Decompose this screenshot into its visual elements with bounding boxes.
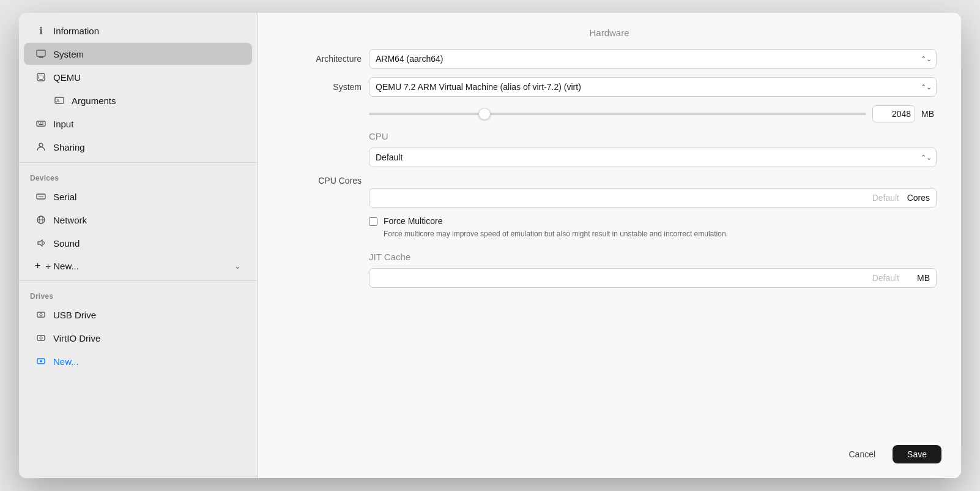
sidebar-item-label: Network [53,215,87,225]
main-content: Hardware Architecture ARM64 (aarch64) Sy… [258,13,961,478]
sidebar-item-system[interactable]: System [24,43,252,65]
svg-point-23 [40,337,42,339]
sidebar-item-label: USB Drive [53,310,96,320]
sidebar-item-label: VirtIO Drive [53,333,100,343]
svg-rect-10 [40,122,42,124]
architecture-label: Architecture [282,54,362,64]
sound-icon [35,237,47,249]
sidebar-item-network[interactable]: Network [24,209,252,231]
cpu-cores-input-wrapper: Default Cores [369,188,937,208]
force-multicore-checkbox[interactable] [369,217,377,226]
chevron-down-icon: ⌄ [234,261,241,271]
virtio-drive-icon [35,332,47,344]
cpu-select-wrapper: Default [369,148,937,167]
system-icon [35,48,47,60]
memory-row: 2048 MB [282,105,937,122]
cpu-select[interactable]: Default [369,148,937,167]
svg-rect-8 [37,121,45,126]
architecture-select-wrapper: ARM64 (aarch64) [369,49,937,69]
memory-unit-label: MB [921,109,937,119]
svg-rect-12 [39,124,43,126]
cpu-section-title: CPU [369,131,937,141]
system-select[interactable]: QEMU 7.2 ARM Virtual Machine (alias of v… [369,77,937,97]
jit-section-title: JIT Cache [369,252,937,262]
sidebar-item-qemu[interactable]: QEMU [24,66,252,88]
sidebar-item-sound[interactable]: Sound [24,232,252,254]
sidebar-item-serial[interactable]: Serial [24,186,252,208]
qemu-icon [35,71,47,83]
svg-text:A: A [56,98,60,103]
new-devices-label: + New... [45,261,79,271]
cpu-cores-unit: Cores [907,193,930,203]
divider-2 [19,280,257,281]
sidebar-item-label: Information [53,26,99,36]
sidebar-item-information[interactable]: ℹ Information [24,20,252,42]
sidebar-item-label: Sound [53,238,80,249]
arguments-icon: A [53,94,65,107]
cpu-cores-label: CPU Cores [282,176,362,186]
system-label: System [282,82,362,92]
force-multicore-text-block: Force Multicore Force multicore may impr… [384,216,728,239]
jit-input[interactable] [369,269,936,287]
new-drive-icon [35,355,47,367]
divider-1 [19,162,257,163]
architecture-row: Architecture ARM64 (aarch64) [282,49,937,69]
devices-section-label: Devices [19,167,257,185]
sidebar-item-new-drive[interactable]: New... [24,350,252,372]
new-drives-label: New... [53,356,79,367]
sidebar-item-label: QEMU [53,72,81,83]
sidebar-item-label: Serial [53,192,76,202]
svg-rect-11 [42,122,43,124]
sidebar-item-label: Arguments [72,96,116,106]
sidebar-item-label: Input [53,119,73,129]
jit-placeholder: Default [872,273,899,283]
svg-point-13 [39,143,43,147]
footer-buttons: Cancel Save [839,445,941,463]
sidebar-item-label: System [53,49,84,59]
new-device-button[interactable]: + + New... ⌄ [24,255,252,276]
cpu-cores-label-row: CPU Cores [282,176,937,186]
svg-rect-9 [38,122,39,124]
cpu-cores-row: Default Cores [282,188,937,208]
force-multicore-description: Force multicore may improve speed of emu… [384,228,728,239]
svg-rect-5 [39,75,43,80]
svg-point-21 [40,313,42,316]
memory-slider-container: 2048 MB [369,105,937,122]
memory-slider[interactable] [369,113,866,115]
network-icon [35,214,47,226]
cpu-cores-input[interactable] [369,189,936,207]
svg-marker-19 [38,240,42,246]
plus-icon: + [35,260,40,271]
save-button[interactable]: Save [893,445,941,463]
cpu-row: Default [282,148,937,167]
input-icon [35,118,47,130]
svg-rect-0 [37,50,45,56]
cancel-button[interactable]: Cancel [839,445,885,463]
force-multicore-row: Force Multicore Force multicore may impr… [369,216,937,239]
serial-icon [35,190,47,203]
sharing-icon [35,141,47,153]
main-window: ℹ Information System QEMU [19,13,961,478]
svg-rect-1 [39,57,43,58]
information-icon: ℹ [35,24,47,37]
usb-drive-icon [35,309,47,321]
jit-row: Default MB [282,268,937,288]
svg-rect-22 [37,335,45,340]
jit-input-wrapper: Default MB [369,268,937,288]
svg-rect-4 [37,73,45,81]
system-select-wrapper: QEMU 7.2 ARM Virtual Machine (alias of v… [369,77,937,97]
jit-unit: MB [917,273,930,283]
sidebar-item-virtio-drive[interactable]: VirtIO Drive [24,327,252,349]
hardware-section-title: Hardware [282,28,937,38]
sidebar-item-usb-drive[interactable]: USB Drive [24,304,252,326]
sidebar-item-arguments[interactable]: A Arguments [24,89,252,111]
svg-rect-20 [37,312,45,317]
architecture-select[interactable]: ARM64 (aarch64) [369,49,937,69]
sidebar-item-sharing[interactable]: Sharing [24,136,252,158]
memory-value-input[interactable]: 2048 [872,105,915,122]
sidebar-item-input[interactable]: Input [24,113,252,135]
sidebar-item-label: Sharing [53,142,85,152]
cpu-cores-placeholder: Default [872,193,899,203]
system-row: System QEMU 7.2 ARM Virtual Machine (ali… [282,77,937,97]
force-multicore-label: Force Multicore [384,216,728,226]
